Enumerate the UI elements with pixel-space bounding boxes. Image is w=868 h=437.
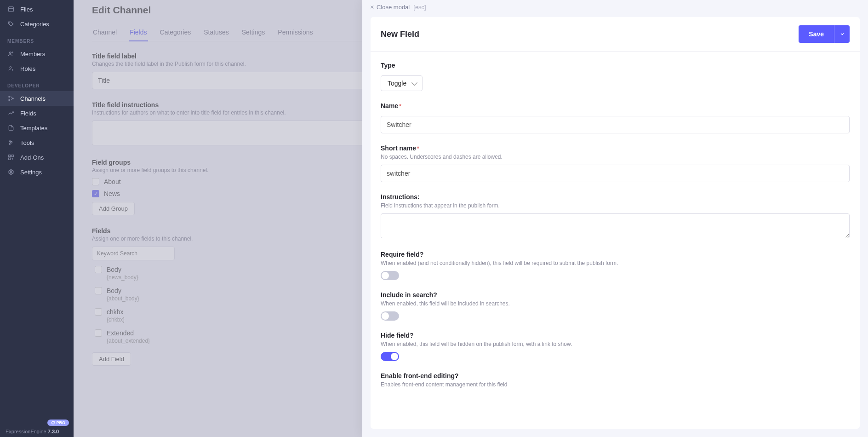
sidebar-item-tools[interactable]: Tools [0, 135, 74, 150]
users-icon [7, 50, 15, 58]
search-label: Include in search? [381, 291, 850, 299]
svg-point-3 [12, 52, 13, 53]
instructions-label: Instructions: [381, 193, 850, 201]
sidebar-item-label: Files [20, 6, 33, 13]
sidebar-item-label: Templates [20, 125, 47, 132]
frontend-section: Enable front-end editing? Enables front-… [381, 372, 850, 388]
templates-icon [7, 124, 15, 132]
name-section: Name* [381, 102, 850, 133]
short-name-input[interactable] [381, 165, 850, 182]
svg-rect-9 [11, 155, 13, 157]
save-dropdown-button[interactable] [834, 25, 850, 43]
panel-title: New Field [381, 29, 419, 39]
sidebar: Files Categories MEMBERS Members Roles D… [0, 0, 74, 437]
sidebar-item-label: Add-Ons [20, 154, 44, 161]
short-name-desc: No spaces. Underscores and dashes are al… [381, 154, 850, 160]
sidebar-item-label: Fields [20, 110, 36, 117]
svg-point-6 [9, 99, 10, 100]
required-indicator: * [399, 103, 401, 109]
name-label: Name* [381, 102, 850, 109]
sidebar-item-label: Categories [20, 21, 49, 28]
required-indicator: * [417, 145, 419, 152]
footer-product: ExpressionEngine [6, 429, 48, 434]
search-toggle[interactable] [381, 311, 399, 321]
instructions-section: Instructions: Field instructions that ap… [381, 193, 850, 240]
hide-desc: When enabled, this field will be hidden … [381, 341, 850, 347]
esc-hint: [esc] [413, 4, 426, 11]
short-name-label: Short name* [381, 144, 850, 152]
section-header-members: MEMBERS [0, 31, 74, 46]
hide-toggle[interactable] [381, 352, 399, 361]
close-modal-label: Close modal [377, 4, 410, 11]
section-header-developer: DEVELOPER [0, 76, 74, 91]
user-role-icon [7, 65, 15, 72]
sidebar-item-label: Settings [20, 169, 42, 176]
sidebar-item-roles[interactable]: Roles [0, 61, 74, 76]
sidebar-item-templates[interactable]: Templates [0, 121, 74, 135]
sidebar-item-settings[interactable]: Settings [0, 165, 74, 179]
sidebar-item-label: Tools [20, 139, 34, 146]
type-select[interactable]: Toggle [381, 75, 423, 91]
app-root: Files Categories MEMBERS Members Roles D… [0, 0, 868, 437]
tag-icon [7, 20, 15, 28]
channels-icon [7, 95, 15, 102]
frontend-label: Enable front-end editing? [381, 372, 850, 380]
svg-point-2 [10, 52, 11, 54]
hide-label: Hide field? [381, 332, 850, 339]
save-button-group: Save [799, 25, 850, 43]
tools-icon [7, 139, 15, 146]
type-label: Type [381, 62, 850, 69]
type-select-value: Toggle [388, 80, 406, 87]
footer-version: 7.3.0 [48, 429, 59, 434]
search-section: Include in search? When enabled, this fi… [381, 291, 850, 321]
sidebar-item-categories[interactable]: Categories [0, 17, 74, 31]
require-section: Require field? When enabled (and not con… [381, 251, 850, 280]
sidebar-footer: ⏱ PRO ExpressionEngine 7.3.0 [0, 425, 74, 437]
svg-rect-0 [9, 7, 14, 12]
save-button[interactable]: Save [799, 25, 834, 43]
type-section: Type Toggle [381, 62, 850, 91]
svg-point-4 [10, 67, 11, 69]
sidebar-item-files[interactable]: Files [0, 2, 74, 17]
sidebar-item-label: Roles [20, 65, 35, 72]
panel-body: Type Toggle Name* Short name* [371, 52, 860, 417]
svg-rect-10 [9, 158, 11, 160]
search-desc: When enabled, this field will be include… [381, 300, 850, 307]
addons-icon [7, 154, 15, 161]
svg-rect-8 [9, 155, 11, 157]
svg-point-1 [10, 23, 10, 23]
short-name-section: Short name* No spaces. Underscores and d… [381, 144, 850, 182]
frontend-desc: Enables front-end content management for… [381, 381, 850, 388]
name-input[interactable] [381, 116, 850, 133]
sidebar-item-fields[interactable]: Fields [0, 106, 74, 121]
gear-icon [7, 168, 15, 176]
require-desc: When enabled (and not conditionally hidd… [381, 260, 850, 266]
svg-point-5 [9, 96, 10, 97]
hide-section: Hide field? When enabled, this field wil… [381, 332, 850, 361]
files-icon [7, 6, 15, 13]
panel-header: New Field Save [371, 17, 860, 52]
fields-icon [7, 109, 15, 117]
close-icon [370, 5, 375, 10]
sidebar-item-members[interactable]: Members [0, 46, 74, 61]
instructions-desc: Field instructions that appear in the pu… [381, 202, 850, 209]
slide-panel: Close modal [esc] New Field Save Type [362, 0, 868, 437]
require-label: Require field? [381, 251, 850, 258]
instructions-input[interactable] [381, 213, 850, 238]
sidebar-item-label: Members [20, 51, 45, 58]
close-modal-button[interactable]: Close modal [esc] [362, 0, 868, 14]
panel-card: New Field Save Type Toggle [371, 17, 860, 429]
sidebar-item-channels[interactable]: Channels [0, 91, 74, 106]
pro-badge: ⏱ PRO [47, 420, 69, 426]
sidebar-item-label: Channels [20, 95, 46, 102]
sidebar-item-addons[interactable]: Add-Ons [0, 150, 74, 165]
svg-point-11 [10, 171, 12, 173]
require-toggle[interactable] [381, 271, 399, 280]
chevron-down-icon [839, 31, 845, 37]
